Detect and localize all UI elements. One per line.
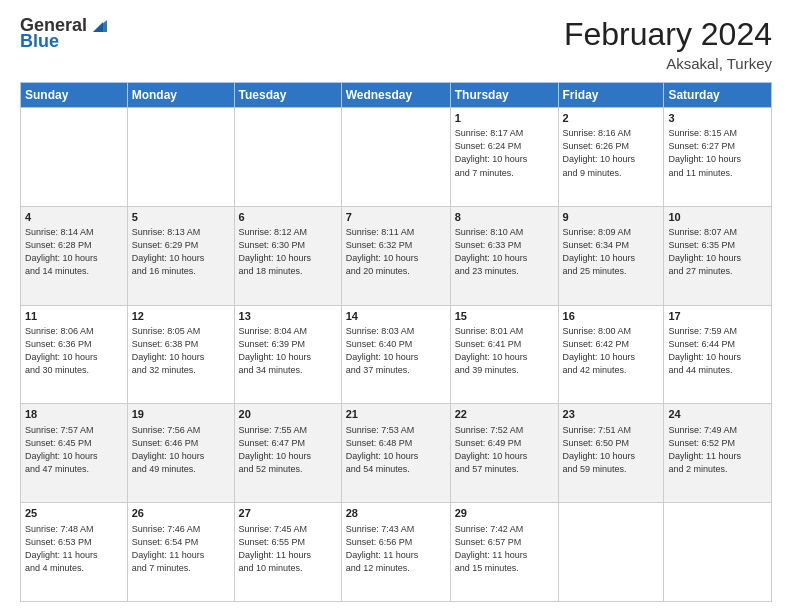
header-sunday: Sunday	[21, 83, 128, 108]
day-number: 5	[132, 210, 230, 225]
day-number: 26	[132, 506, 230, 521]
day-cell	[21, 108, 128, 207]
day-cell: 1Sunrise: 8:17 AM Sunset: 6:24 PM Daylig…	[450, 108, 558, 207]
day-cell: 3Sunrise: 8:15 AM Sunset: 6:27 PM Daylig…	[664, 108, 772, 207]
day-info: Sunrise: 8:17 AM Sunset: 6:24 PM Dayligh…	[455, 127, 554, 179]
day-number: 29	[455, 506, 554, 521]
day-cell: 11Sunrise: 8:06 AM Sunset: 6:36 PM Dayli…	[21, 305, 128, 404]
day-number: 6	[239, 210, 337, 225]
day-info: Sunrise: 7:51 AM Sunset: 6:50 PM Dayligh…	[563, 424, 660, 476]
header-thursday: Thursday	[450, 83, 558, 108]
day-cell: 2Sunrise: 8:16 AM Sunset: 6:26 PM Daylig…	[558, 108, 664, 207]
day-cell: 25Sunrise: 7:48 AM Sunset: 6:53 PM Dayli…	[21, 503, 128, 602]
day-cell: 5Sunrise: 8:13 AM Sunset: 6:29 PM Daylig…	[127, 206, 234, 305]
day-number: 23	[563, 407, 660, 422]
week-row-2: 11Sunrise: 8:06 AM Sunset: 6:36 PM Dayli…	[21, 305, 772, 404]
day-cell: 8Sunrise: 8:10 AM Sunset: 6:33 PM Daylig…	[450, 206, 558, 305]
day-cell: 9Sunrise: 8:09 AM Sunset: 6:34 PM Daylig…	[558, 206, 664, 305]
day-info: Sunrise: 8:10 AM Sunset: 6:33 PM Dayligh…	[455, 226, 554, 278]
day-info: Sunrise: 8:05 AM Sunset: 6:38 PM Dayligh…	[132, 325, 230, 377]
day-info: Sunrise: 8:12 AM Sunset: 6:30 PM Dayligh…	[239, 226, 337, 278]
day-cell	[664, 503, 772, 602]
day-info: Sunrise: 7:48 AM Sunset: 6:53 PM Dayligh…	[25, 523, 123, 575]
day-number: 8	[455, 210, 554, 225]
day-info: Sunrise: 8:01 AM Sunset: 6:41 PM Dayligh…	[455, 325, 554, 377]
header-saturday: Saturday	[664, 83, 772, 108]
day-number: 11	[25, 309, 123, 324]
day-info: Sunrise: 8:16 AM Sunset: 6:26 PM Dayligh…	[563, 127, 660, 179]
day-number: 9	[563, 210, 660, 225]
day-number: 3	[668, 111, 767, 126]
day-number: 10	[668, 210, 767, 225]
day-cell: 26Sunrise: 7:46 AM Sunset: 6:54 PM Dayli…	[127, 503, 234, 602]
day-cell: 22Sunrise: 7:52 AM Sunset: 6:49 PM Dayli…	[450, 404, 558, 503]
day-info: Sunrise: 8:15 AM Sunset: 6:27 PM Dayligh…	[668, 127, 767, 179]
day-cell: 15Sunrise: 8:01 AM Sunset: 6:41 PM Dayli…	[450, 305, 558, 404]
day-info: Sunrise: 8:07 AM Sunset: 6:35 PM Dayligh…	[668, 226, 767, 278]
day-cell: 7Sunrise: 8:11 AM Sunset: 6:32 PM Daylig…	[341, 206, 450, 305]
day-number: 25	[25, 506, 123, 521]
logo-blue: Blue	[20, 32, 59, 52]
day-cell: 24Sunrise: 7:49 AM Sunset: 6:52 PM Dayli…	[664, 404, 772, 503]
day-info: Sunrise: 7:53 AM Sunset: 6:48 PM Dayligh…	[346, 424, 446, 476]
day-cell: 4Sunrise: 8:14 AM Sunset: 6:28 PM Daylig…	[21, 206, 128, 305]
day-cell: 28Sunrise: 7:43 AM Sunset: 6:56 PM Dayli…	[341, 503, 450, 602]
calendar-page: General Blue February 2024 Aksakal, Turk…	[0, 0, 792, 612]
day-info: Sunrise: 7:46 AM Sunset: 6:54 PM Dayligh…	[132, 523, 230, 575]
day-info: Sunrise: 8:00 AM Sunset: 6:42 PM Dayligh…	[563, 325, 660, 377]
day-cell: 14Sunrise: 8:03 AM Sunset: 6:40 PM Dayli…	[341, 305, 450, 404]
day-cell: 21Sunrise: 7:53 AM Sunset: 6:48 PM Dayli…	[341, 404, 450, 503]
day-number: 28	[346, 506, 446, 521]
day-cell	[341, 108, 450, 207]
week-row-0: 1Sunrise: 8:17 AM Sunset: 6:24 PM Daylig…	[21, 108, 772, 207]
day-number: 14	[346, 309, 446, 324]
logo: General Blue	[20, 16, 111, 52]
day-number: 27	[239, 506, 337, 521]
calendar-subtitle: Aksakal, Turkey	[564, 55, 772, 72]
day-cell: 20Sunrise: 7:55 AM Sunset: 6:47 PM Dayli…	[234, 404, 341, 503]
day-cell: 10Sunrise: 8:07 AM Sunset: 6:35 PM Dayli…	[664, 206, 772, 305]
header-wednesday: Wednesday	[341, 83, 450, 108]
day-info: Sunrise: 8:14 AM Sunset: 6:28 PM Dayligh…	[25, 226, 123, 278]
day-cell: 6Sunrise: 8:12 AM Sunset: 6:30 PM Daylig…	[234, 206, 341, 305]
week-row-1: 4Sunrise: 8:14 AM Sunset: 6:28 PM Daylig…	[21, 206, 772, 305]
day-info: Sunrise: 7:49 AM Sunset: 6:52 PM Dayligh…	[668, 424, 767, 476]
day-number: 15	[455, 309, 554, 324]
day-cell: 13Sunrise: 8:04 AM Sunset: 6:39 PM Dayli…	[234, 305, 341, 404]
day-number: 19	[132, 407, 230, 422]
day-info: Sunrise: 7:59 AM Sunset: 6:44 PM Dayligh…	[668, 325, 767, 377]
day-number: 20	[239, 407, 337, 422]
day-info: Sunrise: 8:11 AM Sunset: 6:32 PM Dayligh…	[346, 226, 446, 278]
day-info: Sunrise: 8:04 AM Sunset: 6:39 PM Dayligh…	[239, 325, 337, 377]
header-monday: Monday	[127, 83, 234, 108]
day-info: Sunrise: 8:03 AM Sunset: 6:40 PM Dayligh…	[346, 325, 446, 377]
day-info: Sunrise: 8:09 AM Sunset: 6:34 PM Dayligh…	[563, 226, 660, 278]
day-cell	[558, 503, 664, 602]
header-tuesday: Tuesday	[234, 83, 341, 108]
day-cell: 29Sunrise: 7:42 AM Sunset: 6:57 PM Dayli…	[450, 503, 558, 602]
day-info: Sunrise: 7:52 AM Sunset: 6:49 PM Dayligh…	[455, 424, 554, 476]
day-info: Sunrise: 7:45 AM Sunset: 6:55 PM Dayligh…	[239, 523, 337, 575]
day-number: 13	[239, 309, 337, 324]
day-cell: 17Sunrise: 7:59 AM Sunset: 6:44 PM Dayli…	[664, 305, 772, 404]
title-block: February 2024 Aksakal, Turkey	[564, 16, 772, 72]
calendar-table: Sunday Monday Tuesday Wednesday Thursday…	[20, 82, 772, 602]
day-number: 18	[25, 407, 123, 422]
day-cell	[234, 108, 341, 207]
day-number: 1	[455, 111, 554, 126]
day-number: 4	[25, 210, 123, 225]
week-row-4: 25Sunrise: 7:48 AM Sunset: 6:53 PM Dayli…	[21, 503, 772, 602]
day-info: Sunrise: 7:43 AM Sunset: 6:56 PM Dayligh…	[346, 523, 446, 575]
header-friday: Friday	[558, 83, 664, 108]
day-info: Sunrise: 7:55 AM Sunset: 6:47 PM Dayligh…	[239, 424, 337, 476]
week-row-3: 18Sunrise: 7:57 AM Sunset: 6:45 PM Dayli…	[21, 404, 772, 503]
day-number: 24	[668, 407, 767, 422]
day-info: Sunrise: 8:06 AM Sunset: 6:36 PM Dayligh…	[25, 325, 123, 377]
day-cell: 19Sunrise: 7:56 AM Sunset: 6:46 PM Dayli…	[127, 404, 234, 503]
day-info: Sunrise: 7:42 AM Sunset: 6:57 PM Dayligh…	[455, 523, 554, 575]
day-cell: 12Sunrise: 8:05 AM Sunset: 6:38 PM Dayli…	[127, 305, 234, 404]
day-cell: 23Sunrise: 7:51 AM Sunset: 6:50 PM Dayli…	[558, 404, 664, 503]
day-number: 12	[132, 309, 230, 324]
day-cell: 27Sunrise: 7:45 AM Sunset: 6:55 PM Dayli…	[234, 503, 341, 602]
day-number: 17	[668, 309, 767, 324]
